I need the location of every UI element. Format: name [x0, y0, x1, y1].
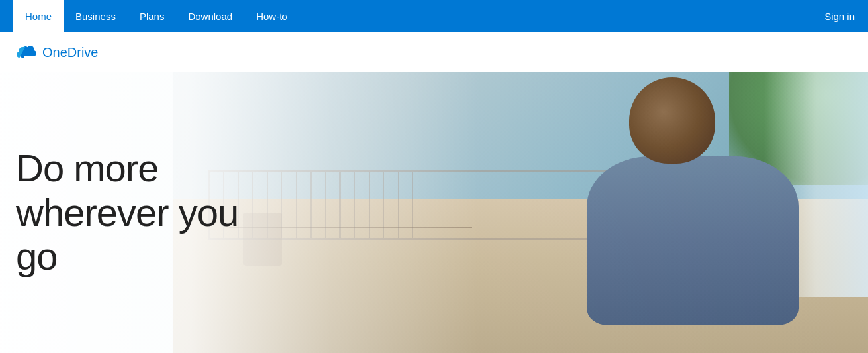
- nav-item-download[interactable]: Download: [176, 0, 244, 32]
- navigation: Home Business Plans Download How-to Sign…: [0, 0, 868, 32]
- logo-text: OneDrive: [42, 45, 98, 60]
- nav-item-home[interactable]: Home: [13, 0, 64, 32]
- hero-section: Do more wherever you go: [0, 72, 868, 353]
- headline-line1: Do more: [16, 146, 158, 189]
- nav-item-howto[interactable]: How-to: [244, 0, 300, 32]
- logo-bar: OneDrive: [0, 32, 868, 72]
- nav-menu: Home Business Plans Download How-to: [13, 0, 300, 32]
- brand-logo[interactable]: OneDrive: [16, 45, 98, 60]
- onedrive-cloud-icon: [16, 45, 37, 60]
- hero-content: Do more wherever you go: [16, 146, 238, 279]
- hero-headline: Do more wherever you go: [16, 146, 238, 279]
- signin-link[interactable]: Sign in: [824, 11, 855, 22]
- headline-line2: wherever you: [16, 191, 238, 234]
- nav-item-plans[interactable]: Plans: [128, 0, 177, 32]
- headline-line3: go: [16, 234, 58, 277]
- nav-item-business[interactable]: Business: [64, 0, 128, 32]
